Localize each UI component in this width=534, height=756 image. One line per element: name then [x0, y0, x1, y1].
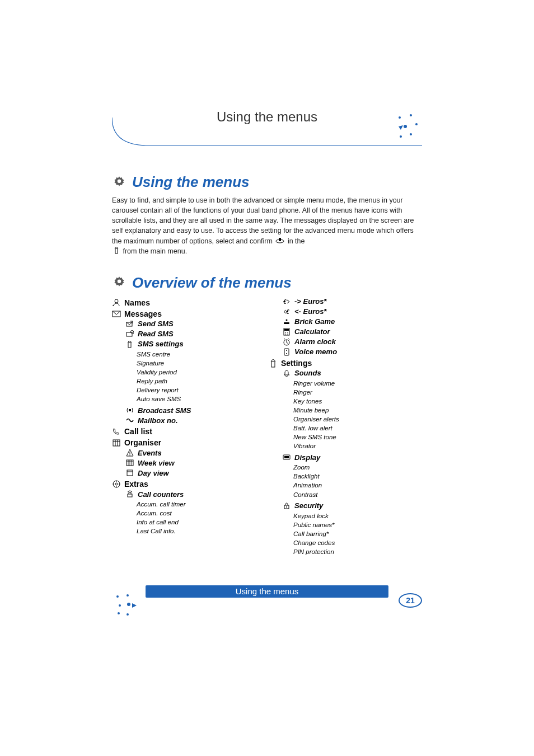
- leaf-item: Contrast: [293, 490, 403, 499]
- security-sublist: Keypad lock Public names* Call barring* …: [293, 511, 403, 556]
- menu-label: Day view: [138, 469, 169, 477]
- menu-label: Mailbox no.: [138, 416, 178, 425]
- leaf-item: Ringer volume: [293, 379, 403, 388]
- menu-item-day-view: Day view: [125, 468, 252, 477]
- menu-item-broadcast-sms: Broadcast SMS: [125, 406, 252, 415]
- svg-rect-42: [284, 456, 289, 458]
- section-heading-overview: Overview of the menus: [112, 274, 422, 292]
- svg-point-20: [129, 454, 130, 456]
- svg-point-33: [287, 332, 288, 333]
- menu-column-right: € -> Euros* € <- Euros* Brick Game Calcu…: [269, 296, 403, 559]
- svg-point-3: [404, 125, 407, 128]
- svg-marker-4: [399, 125, 403, 130]
- header-block: Using the menus: [112, 109, 422, 151]
- menu-label: Calculator: [294, 327, 330, 336]
- display-icon: [282, 453, 291, 462]
- svg-point-44: [286, 506, 287, 508]
- events-icon: [125, 448, 134, 457]
- svg-point-45: [116, 595, 119, 598]
- to-euros-icon: €: [282, 297, 291, 306]
- display-sublist: Zoom Backlight Animation Contrast: [293, 463, 403, 499]
- section-title: Overview of the menus: [132, 274, 292, 292]
- sms-settings-sublist: SMS centre Signature Validity period Rep…: [137, 350, 252, 404]
- menu-overview-columns: Names Messages Send SMS Read SMS SMS set…: [112, 296, 422, 559]
- svg-rect-25: [128, 494, 132, 497]
- menu-item-display: Display: [282, 453, 403, 462]
- menu-item-week-view: Week view: [125, 458, 252, 467]
- svg-point-50: [118, 612, 120, 614]
- svg-rect-18: [129, 409, 131, 411]
- decorative-dots-icon: [394, 112, 422, 140]
- leaf-item: Keypad lock: [293, 511, 403, 520]
- svg-point-48: [127, 603, 130, 606]
- section-heading-using-menus: Using the menus: [112, 173, 422, 191]
- section-title: Using the menus: [132, 173, 249, 191]
- decorative-dots-icon: [112, 591, 140, 619]
- alarm-clock-icon: [282, 337, 291, 346]
- menu-label: Voice memo: [294, 348, 337, 356]
- svg-point-39: [286, 353, 287, 354]
- settings-icon: [269, 359, 278, 368]
- week-view-icon: [125, 458, 134, 467]
- svg-point-47: [119, 604, 121, 607]
- menu-label: Security: [294, 501, 323, 510]
- menu-item-send-sms: Send SMS: [125, 320, 252, 328]
- document-page: Using the menus Using the menus Easy to …: [0, 0, 534, 558]
- svg-text:€: €: [286, 309, 289, 315]
- menu-item-brick-game: Brick Game: [282, 317, 403, 326]
- menu-label: Extras: [124, 480, 148, 489]
- leaf-item: SMS centre: [137, 350, 252, 359]
- menu-label: Call counters: [138, 490, 184, 499]
- svg-rect-9: [279, 238, 281, 241]
- intro-text: Easy to find, and simple to use in both …: [112, 196, 414, 245]
- calculator-icon: [282, 327, 291, 336]
- leaf-item: Batt. low alert: [293, 424, 403, 433]
- svg-rect-22: [127, 470, 133, 476]
- svg-rect-10: [115, 248, 118, 253]
- security-icon: [282, 501, 291, 510]
- brick-game-icon: [282, 317, 291, 326]
- footer-bar: Using the menus: [146, 585, 388, 598]
- intro-paragraph: Easy to find, and simple to use in both …: [112, 195, 422, 257]
- voice-memo-icon: [282, 348, 291, 356]
- from-euros-icon: €: [282, 307, 291, 316]
- header-divider-curve: [112, 118, 422, 151]
- svg-point-35: [287, 334, 288, 335]
- menu-item-settings: Settings: [269, 359, 403, 368]
- menu-item-call-list: Call list: [112, 427, 252, 436]
- leaf-item: Call barring*: [293, 529, 403, 538]
- leaf-item: Public names*: [293, 520, 403, 529]
- menu-item-organiser: Organiser: [112, 438, 252, 447]
- svg-point-12: [115, 299, 118, 303]
- leaf-item: Accum. call timer: [137, 500, 252, 509]
- menu-label: Display: [294, 453, 320, 462]
- menu-label: Read SMS: [138, 330, 174, 338]
- sounds-icon: [282, 369, 291, 378]
- svg-point-6: [400, 135, 402, 138]
- menu-label: Names: [124, 298, 150, 307]
- menu-item-events: Events: [125, 448, 252, 457]
- day-view-icon: [125, 468, 134, 477]
- mailbox-icon: [125, 416, 134, 425]
- svg-text:€: €: [283, 299, 287, 305]
- svg-point-46: [127, 594, 129, 597]
- menu-label: -> Euros*: [294, 297, 326, 306]
- svg-point-11: [118, 280, 121, 284]
- organiser-icon: [112, 438, 121, 447]
- menu-label: Send SMS: [138, 320, 174, 328]
- intro-text-3: from the main menu.: [123, 247, 187, 255]
- svg-point-29: [286, 319, 288, 321]
- gear-icon: [112, 275, 127, 290]
- menu-item-read-sms: Read SMS: [125, 330, 252, 339]
- read-sms-icon: [125, 330, 134, 339]
- menu-item-extras: Extras: [112, 480, 252, 489]
- menu-item-names: Names: [112, 298, 252, 307]
- svg-point-2: [415, 123, 418, 125]
- leaf-item: Backlight: [293, 472, 403, 481]
- menu-label: Week view: [138, 459, 175, 467]
- leaf-item: Animation: [293, 481, 403, 490]
- call-list-icon: [112, 427, 121, 436]
- menu-item-security: Security: [282, 501, 403, 510]
- intro-text-2: in the: [288, 237, 305, 245]
- svg-point-7: [118, 179, 121, 183]
